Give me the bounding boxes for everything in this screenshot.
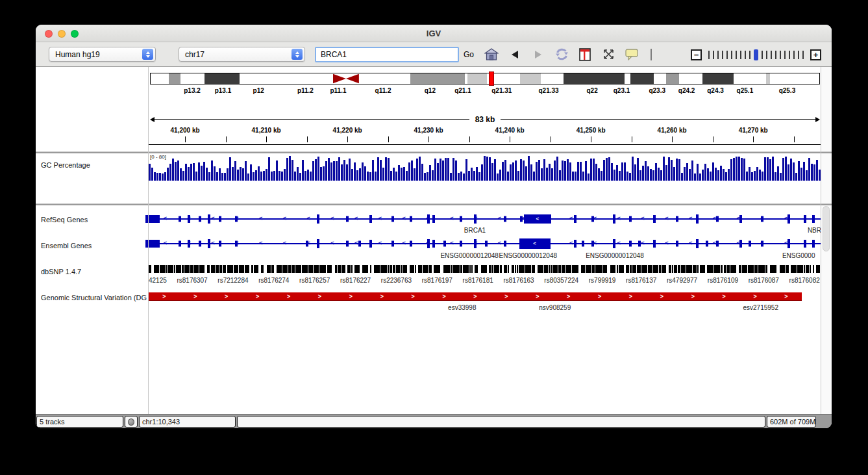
zoom-tick[interactable]	[789, 51, 790, 59]
exon[interactable]	[391, 241, 394, 247]
cytoband[interactable]	[359, 73, 410, 84]
exon[interactable]	[761, 241, 763, 247]
locus-search-input[interactable]	[315, 47, 459, 62]
genome-select[interactable]: Human hg19	[49, 47, 156, 62]
exon[interactable]	[369, 240, 372, 248]
zoom-tick[interactable]	[745, 51, 746, 59]
exon[interactable]	[739, 240, 742, 248]
exon[interactable]	[574, 215, 577, 223]
exon[interactable]	[369, 215, 372, 223]
panel-divider[interactable]	[36, 151, 832, 153]
zoom-tick[interactable]	[798, 51, 799, 59]
exon[interactable]	[696, 239, 699, 248]
exon[interactable]	[629, 216, 632, 222]
exon[interactable]	[696, 214, 699, 224]
exon[interactable]	[432, 215, 435, 223]
zoom-slider[interactable]: − +	[691, 48, 821, 61]
exon[interactable]	[188, 215, 190, 223]
chromosome-select[interactable]: chr17	[179, 47, 305, 62]
exon[interactable]	[812, 240, 815, 248]
zoom-ticks[interactable]	[708, 49, 804, 60]
zoom-tick[interactable]	[793, 51, 795, 59]
zoom-tick[interactable]	[780, 51, 781, 59]
exon-large[interactable]: <	[524, 214, 551, 224]
dgv-track[interactable]: >>>>>>>>>>>>>>>>>>>>>	[149, 292, 802, 301]
memory-status[interactable]: 602M of 709M	[767, 416, 816, 428]
zoom-tick[interactable]	[740, 51, 741, 59]
exon[interactable]	[346, 216, 349, 222]
home-button[interactable]	[484, 47, 499, 62]
exon[interactable]	[591, 241, 594, 247]
cytoband[interactable]	[564, 73, 625, 84]
exon[interactable]	[739, 215, 742, 223]
track-name-gc[interactable]: GC Percentage	[41, 161, 147, 169]
exon[interactable]	[432, 240, 435, 248]
exon[interactable]	[749, 241, 751, 247]
exon[interactable]	[391, 216, 394, 222]
cytoband[interactable]	[180, 73, 205, 84]
vertical-scrollbar[interactable]	[821, 67, 832, 414]
exon[interactable]	[235, 216, 238, 222]
cytoband[interactable]	[630, 73, 654, 84]
zoom-tick[interactable]	[731, 51, 732, 59]
exon[interactable]	[179, 241, 181, 247]
exon[interactable]	[188, 240, 190, 248]
exon[interactable]	[716, 216, 719, 222]
exon[interactable]	[427, 214, 430, 224]
zoom-tick[interactable]	[766, 51, 767, 59]
exon[interactable]	[410, 241, 412, 247]
exon[interactable]	[443, 241, 446, 247]
ruler-ticks[interactable]: 41,200 kb41,210 kb41,220 kb41,230 kb41,2…	[149, 127, 821, 144]
zoom-tick[interactable]	[775, 51, 776, 59]
exon[interactable]	[504, 216, 506, 222]
refresh-button[interactable]	[554, 47, 569, 62]
zoom-tick[interactable]	[771, 51, 772, 59]
track-name-dgv[interactable]: Genomic Structural Variation (DGV	[41, 294, 147, 302]
cytoband[interactable]	[205, 73, 240, 84]
exon[interactable]	[410, 216, 412, 222]
back-button[interactable]	[508, 47, 522, 62]
exon[interactable]	[219, 241, 221, 247]
gc-data-column[interactable]: [0 - 80]	[149, 153, 821, 203]
cytoband[interactable]	[654, 73, 666, 84]
cytoband[interactable]	[240, 73, 334, 84]
region-of-interest-button[interactable]	[578, 47, 592, 62]
exon[interactable]	[317, 239, 319, 248]
zoom-tick[interactable]	[784, 51, 786, 59]
exon[interactable]	[638, 241, 641, 247]
track-name-dbsnp[interactable]: dbSNP 1.4.7	[41, 268, 147, 276]
cytoband[interactable]	[169, 73, 180, 84]
zoom-tick[interactable]	[749, 51, 750, 59]
exon[interactable]	[613, 214, 615, 224]
zoom-tick[interactable]	[762, 51, 763, 59]
exon[interactable]	[306, 241, 308, 247]
cytoband[interactable]	[520, 73, 541, 84]
zoom-tick[interactable]	[736, 51, 737, 59]
exon[interactable]	[427, 239, 430, 248]
zoom-slider-thumb[interactable]	[754, 49, 758, 60]
zoom-tick[interactable]	[726, 51, 728, 59]
gc-bar-chart[interactable]	[149, 156, 821, 181]
exon[interactable]	[761, 216, 763, 222]
zoom-tick[interactable]	[722, 51, 723, 59]
exon[interactable]	[358, 241, 361, 247]
dbsnp-track[interactable]	[149, 265, 821, 273]
exon[interactable]	[219, 216, 221, 222]
exon[interactable]	[653, 240, 656, 248]
feature-data-column[interactable]: <<<<<<<<<<<<<<<<<<<<<<<<<<<< BRCA1NBR <<…	[149, 205, 821, 414]
exon[interactable]	[787, 239, 790, 248]
cytoband[interactable]	[666, 73, 679, 84]
zoom-tick[interactable]	[708, 51, 710, 59]
zoom-tick[interactable]	[717, 51, 719, 59]
exon[interactable]	[346, 241, 349, 247]
exon[interactable]	[199, 241, 201, 247]
exon[interactable]	[574, 240, 577, 248]
cytoband[interactable]	[410, 73, 465, 84]
exon[interactable]	[208, 239, 210, 248]
cytoband[interactable]	[151, 73, 169, 84]
track-name-ensembl[interactable]: Ensembl Genes	[41, 242, 147, 250]
exon[interactable]	[208, 214, 210, 224]
panel-divider[interactable]	[36, 203, 832, 205]
exon[interactable]	[504, 241, 506, 247]
tooltip-popup-button[interactable]	[625, 47, 639, 62]
